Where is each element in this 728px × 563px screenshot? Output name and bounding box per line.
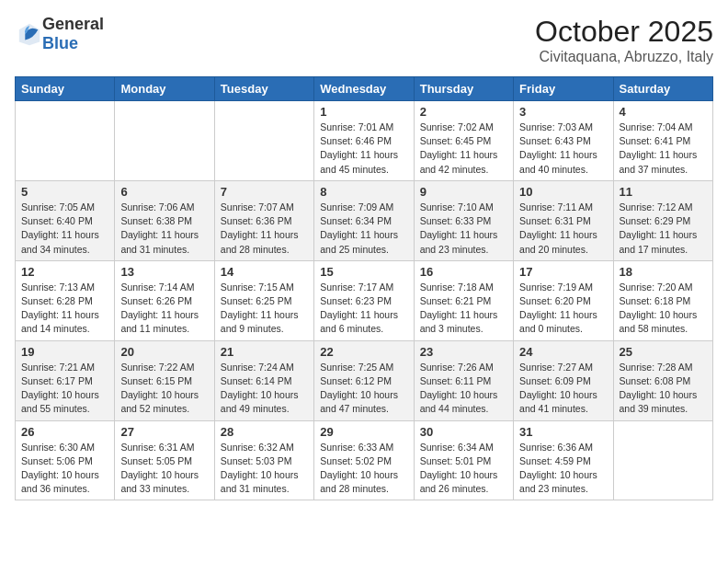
cell-info-text: Sunrise: 7:18 AM Sunset: 6:21 PM Dayligh…	[420, 281, 507, 337]
calendar-cell: 12Sunrise: 7:13 AM Sunset: 6:28 PM Dayli…	[16, 260, 115, 340]
cell-date-number: 22	[320, 345, 407, 359]
cell-info-text: Sunrise: 7:27 AM Sunset: 6:09 PM Dayligh…	[519, 361, 607, 417]
cell-info-text: Sunrise: 6:36 AM Sunset: 4:59 PM Dayligh…	[519, 441, 607, 497]
cell-info-text: Sunrise: 7:28 AM Sunset: 6:08 PM Dayligh…	[620, 361, 707, 417]
cell-date-number: 1	[320, 105, 407, 119]
cell-date-number: 3	[519, 105, 607, 119]
day-header-tuesday: Tuesday	[214, 77, 313, 101]
cell-date-number: 24	[519, 345, 607, 359]
cell-info-text: Sunrise: 7:22 AM Sunset: 6:15 PM Dayligh…	[120, 361, 208, 417]
day-header-friday: Friday	[514, 77, 613, 101]
cell-date-number: 5	[21, 185, 108, 199]
calendar-cell	[613, 420, 712, 500]
calendar-cell: 7Sunrise: 7:07 AM Sunset: 6:36 PM Daylig…	[214, 180, 313, 260]
calendar-cell	[16, 101, 115, 181]
cell-info-text: Sunrise: 7:12 AM Sunset: 6:29 PM Dayligh…	[620, 201, 707, 257]
cell-info-text: Sunrise: 6:32 AM Sunset: 5:03 PM Dayligh…	[221, 441, 308, 497]
calendar-week-row: 5Sunrise: 7:05 AM Sunset: 6:40 PM Daylig…	[16, 180, 713, 260]
cell-info-text: Sunrise: 6:34 AM Sunset: 5:01 PM Dayligh…	[420, 441, 507, 497]
cell-info-text: Sunrise: 7:09 AM Sunset: 6:34 PM Dayligh…	[320, 201, 407, 257]
logo-blue: Blue	[42, 34, 78, 52]
day-header-sunday: Sunday	[16, 77, 115, 101]
day-header-thursday: Thursday	[414, 77, 513, 101]
calendar-cell: 23Sunrise: 7:26 AM Sunset: 6:11 PM Dayli…	[414, 340, 513, 420]
cell-date-number: 20	[120, 345, 208, 359]
cell-info-text: Sunrise: 6:31 AM Sunset: 5:05 PM Dayligh…	[120, 441, 208, 497]
day-header-wednesday: Wednesday	[314, 77, 414, 101]
cell-info-text: Sunrise: 7:13 AM Sunset: 6:28 PM Dayligh…	[21, 281, 108, 337]
calendar-cell	[115, 101, 214, 181]
calendar-week-row: 26Sunrise: 6:30 AM Sunset: 5:06 PM Dayli…	[16, 420, 713, 500]
cell-info-text: Sunrise: 7:24 AM Sunset: 6:14 PM Dayligh…	[221, 361, 308, 417]
calendar-cell: 19Sunrise: 7:21 AM Sunset: 6:17 PM Dayli…	[16, 340, 115, 420]
cell-info-text: Sunrise: 7:25 AM Sunset: 6:12 PM Dayligh…	[320, 361, 407, 417]
cell-info-text: Sunrise: 6:30 AM Sunset: 5:06 PM Dayligh…	[21, 441, 108, 497]
month-title: October 2025	[535, 15, 713, 49]
title-section: October 2025 Civitaquana, Abruzzo, Italy	[535, 15, 713, 65]
calendar-cell: 2Sunrise: 7:02 AM Sunset: 6:45 PM Daylig…	[414, 101, 513, 181]
cell-info-text: Sunrise: 7:14 AM Sunset: 6:26 PM Dayligh…	[120, 281, 208, 337]
cell-info-text: Sunrise: 7:26 AM Sunset: 6:11 PM Dayligh…	[420, 361, 507, 417]
calendar-cell: 30Sunrise: 6:34 AM Sunset: 5:01 PM Dayli…	[414, 420, 513, 500]
calendar-cell: 8Sunrise: 7:09 AM Sunset: 6:34 PM Daylig…	[314, 180, 414, 260]
cell-info-text: Sunrise: 7:03 AM Sunset: 6:43 PM Dayligh…	[519, 121, 607, 177]
calendar-cell: 17Sunrise: 7:19 AM Sunset: 6:20 PM Dayli…	[514, 260, 613, 340]
calendar-cell: 14Sunrise: 7:15 AM Sunset: 6:25 PM Dayli…	[214, 260, 313, 340]
cell-date-number: 9	[420, 185, 507, 199]
cell-date-number: 14	[221, 265, 308, 279]
cell-info-text: Sunrise: 7:02 AM Sunset: 6:45 PM Dayligh…	[420, 121, 507, 177]
cell-date-number: 8	[320, 185, 407, 199]
calendar-table: SundayMondayTuesdayWednesdayThursdayFrid…	[15, 76, 713, 500]
cell-date-number: 28	[221, 425, 308, 439]
calendar-cell: 25Sunrise: 7:28 AM Sunset: 6:08 PM Dayli…	[613, 340, 712, 420]
cell-info-text: Sunrise: 7:21 AM Sunset: 6:17 PM Dayligh…	[21, 361, 108, 417]
calendar-cell: 20Sunrise: 7:22 AM Sunset: 6:15 PM Dayli…	[115, 340, 214, 420]
cell-date-number: 31	[519, 425, 607, 439]
cell-date-number: 12	[21, 265, 108, 279]
calendar-cell: 1Sunrise: 7:01 AM Sunset: 6:46 PM Daylig…	[314, 101, 414, 181]
cell-info-text: Sunrise: 7:04 AM Sunset: 6:41 PM Dayligh…	[620, 121, 707, 177]
calendar-cell: 3Sunrise: 7:03 AM Sunset: 6:43 PM Daylig…	[514, 101, 613, 181]
calendar-cell: 18Sunrise: 7:20 AM Sunset: 6:18 PM Dayli…	[613, 260, 712, 340]
day-header-saturday: Saturday	[613, 77, 712, 101]
cell-date-number: 23	[420, 345, 507, 359]
calendar-cell: 6Sunrise: 7:06 AM Sunset: 6:38 PM Daylig…	[115, 180, 214, 260]
calendar-cell: 5Sunrise: 7:05 AM Sunset: 6:40 PM Daylig…	[16, 180, 115, 260]
cell-info-text: Sunrise: 7:19 AM Sunset: 6:20 PM Dayligh…	[519, 281, 607, 337]
day-header-monday: Monday	[115, 77, 214, 101]
cell-date-number: 15	[320, 265, 407, 279]
calendar-cell: 21Sunrise: 7:24 AM Sunset: 6:14 PM Dayli…	[214, 340, 313, 420]
cell-date-number: 17	[519, 265, 607, 279]
cell-date-number: 30	[420, 425, 507, 439]
calendar-cell: 11Sunrise: 7:12 AM Sunset: 6:29 PM Dayli…	[613, 180, 712, 260]
cell-date-number: 11	[620, 185, 707, 199]
cell-date-number: 4	[620, 105, 707, 119]
location-title: Civitaquana, Abruzzo, Italy	[535, 49, 713, 65]
cell-date-number: 16	[420, 265, 507, 279]
cell-info-text: Sunrise: 7:01 AM Sunset: 6:46 PM Dayligh…	[320, 121, 407, 177]
cell-date-number: 2	[420, 105, 507, 119]
cell-info-text: Sunrise: 7:15 AM Sunset: 6:25 PM Dayligh…	[221, 281, 308, 337]
cell-date-number: 29	[320, 425, 407, 439]
logo: General Blue	[15, 15, 104, 53]
cell-info-text: Sunrise: 7:07 AM Sunset: 6:36 PM Dayligh…	[221, 201, 308, 257]
cell-date-number: 7	[221, 185, 308, 199]
calendar-cell	[214, 101, 313, 181]
calendar-cell: 10Sunrise: 7:11 AM Sunset: 6:31 PM Dayli…	[514, 180, 613, 260]
cell-date-number: 18	[620, 265, 707, 279]
cell-info-text: Sunrise: 7:11 AM Sunset: 6:31 PM Dayligh…	[519, 201, 607, 257]
cell-info-text: Sunrise: 6:33 AM Sunset: 5:02 PM Dayligh…	[320, 441, 407, 497]
calendar-cell: 29Sunrise: 6:33 AM Sunset: 5:02 PM Dayli…	[314, 420, 414, 500]
calendar-cell: 9Sunrise: 7:10 AM Sunset: 6:33 PM Daylig…	[414, 180, 513, 260]
logo-general: General	[42, 15, 104, 33]
cell-info-text: Sunrise: 7:10 AM Sunset: 6:33 PM Dayligh…	[420, 201, 507, 257]
cell-info-text: Sunrise: 7:05 AM Sunset: 6:40 PM Dayligh…	[21, 201, 108, 257]
cell-info-text: Sunrise: 7:06 AM Sunset: 6:38 PM Dayligh…	[120, 201, 208, 257]
cell-date-number: 6	[120, 185, 208, 199]
calendar-cell: 28Sunrise: 6:32 AM Sunset: 5:03 PM Dayli…	[214, 420, 313, 500]
calendar-cell: 31Sunrise: 6:36 AM Sunset: 4:59 PM Dayli…	[514, 420, 613, 500]
calendar-week-row: 12Sunrise: 7:13 AM Sunset: 6:28 PM Dayli…	[16, 260, 713, 340]
calendar-cell: 22Sunrise: 7:25 AM Sunset: 6:12 PM Dayli…	[314, 340, 414, 420]
calendar-cell: 4Sunrise: 7:04 AM Sunset: 6:41 PM Daylig…	[613, 101, 712, 181]
calendar-cell: 24Sunrise: 7:27 AM Sunset: 6:09 PM Dayli…	[514, 340, 613, 420]
